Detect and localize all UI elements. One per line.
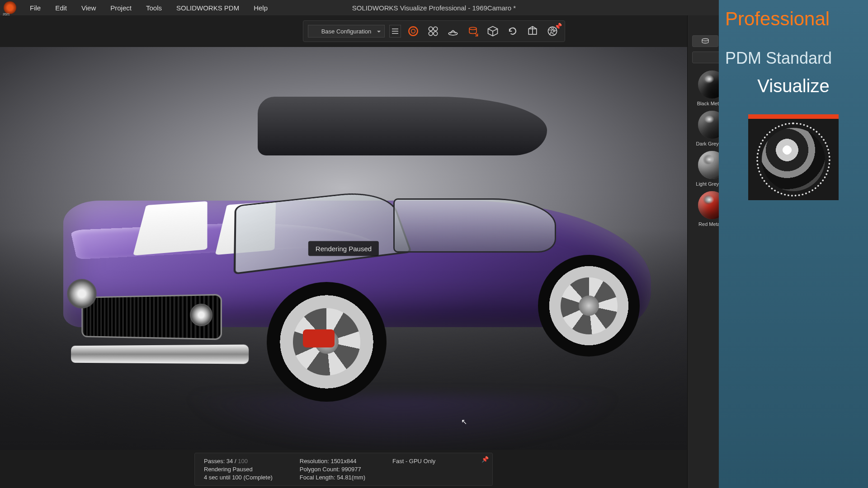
split-view-icon[interactable] [425, 23, 441, 39]
package-icon[interactable] [525, 23, 540, 39]
status-focal: Focal Length: 54.81(mm) [300, 474, 365, 481]
render-status-badge: Rendering Paused [308, 241, 379, 256]
toolbar-box: Base Configuration 📌 [303, 20, 565, 42]
tab-appearances[interactable] [692, 35, 718, 47]
menu-view[interactable]: View [74, 4, 103, 12]
svg-point-1 [411, 29, 415, 33]
passes-label: Passes: 34 / [204, 458, 236, 465]
render-preview-icon[interactable] [406, 23, 421, 39]
render-state: Rendering Paused [204, 466, 273, 473]
pin-status-icon[interactable]: 📌 [481, 456, 489, 463]
app-logo-icon [4, 1, 16, 14]
menu-help[interactable]: Help [246, 4, 275, 12]
svg-point-10 [702, 39, 708, 41]
menu-project[interactable]: Project [103, 4, 139, 12]
status-polycount: Polygon Count: 990977 [300, 466, 365, 473]
svg-point-7 [469, 27, 476, 29]
svg-point-3 [434, 27, 438, 31]
overlay-card [748, 114, 839, 200]
menu-edit[interactable]: Edit [48, 4, 74, 12]
model-car [50, 106, 665, 413]
menu-solidworks-pdm[interactable]: SOLIDWORKS PDM [169, 4, 246, 12]
status-resolution: Resolution: 1501x844 [300, 458, 365, 465]
svg-point-5 [434, 32, 438, 36]
overlay-title-1: Professional [725, 8, 862, 30]
render-eta: 4 sec until 100 (Complete) [204, 474, 273, 481]
overlay-title-3: Visualize [725, 76, 862, 96]
render-queue-icon[interactable] [465, 23, 481, 39]
promo-overlay: Professional PDM Standard Visualize [719, 0, 868, 488]
overlay-title-2: PDM Standard [725, 49, 862, 68]
window-title: SOLIDWORKS Visualize Professional - 1969… [352, 4, 516, 12]
lens-icon [762, 128, 825, 191]
reload-icon[interactable] [505, 23, 520, 39]
menu-file[interactable]: File [23, 4, 48, 12]
status-box: Passes: 34 / 100 Rendering Paused 4 sec … [194, 453, 493, 486]
passes-total: 100 [238, 458, 248, 465]
status-bar: Passes: 34 / 100 Rendering Paused 4 sec … [0, 450, 687, 488]
svg-point-2 [429, 27, 433, 31]
render-viewport[interactable]: Rendering Paused ↖ [0, 47, 687, 450]
status-mode: Fast - GPU Only [392, 458, 435, 465]
menu-tools[interactable]: Tools [139, 4, 169, 12]
svg-point-4 [429, 32, 433, 36]
scene-icon[interactable] [485, 23, 500, 39]
svg-point-0 [409, 27, 417, 35]
pin-toolbar-icon[interactable]: 📌 [554, 23, 562, 30]
turntable-icon[interactable] [445, 23, 461, 39]
list-toggle-button[interactable] [389, 25, 401, 38]
configuration-dropdown[interactable]: Base Configuration [308, 25, 385, 38]
svg-point-6 [448, 32, 457, 35]
